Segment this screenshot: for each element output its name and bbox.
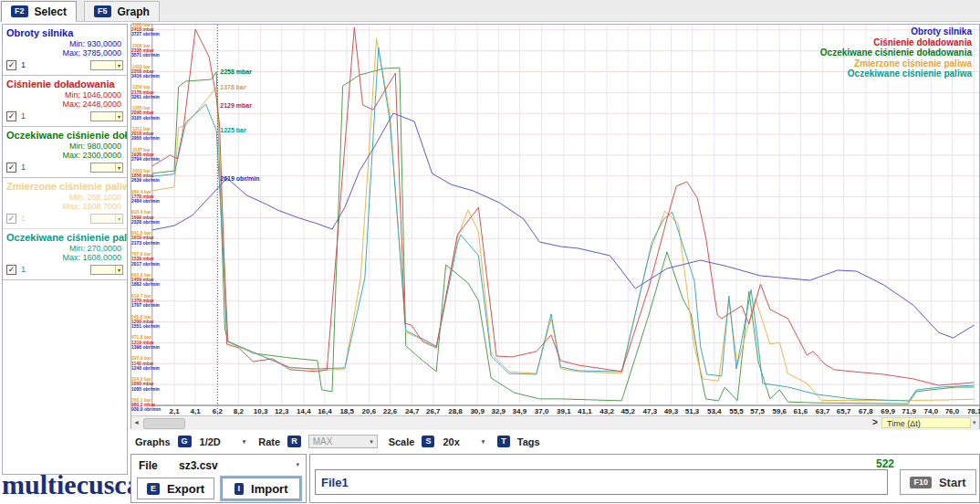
y-label-rpm: 3571 obr/min <box>131 53 151 58</box>
param-count: 1 <box>21 265 26 274</box>
legend-item: Oczekiwane ciśnienie paliwa <box>820 68 972 79</box>
parameter-sidebar: Obroty silnikaMin: 930,0000Max: 3785,000… <box>2 24 128 475</box>
series-line-0 <box>152 68 975 404</box>
x-axis-expand-icon[interactable]: > <box>872 417 878 427</box>
x-axis-tick-label: 53,4 <box>703 407 726 415</box>
x-axis-tick-label: 22,6 <box>378 407 401 415</box>
x-axis-select-arrow-icon[interactable]: ▾ <box>973 419 976 426</box>
param-checkbox[interactable]: ✓ <box>6 60 16 70</box>
param-max: Max: 2300,0000 <box>3 151 127 160</box>
y-label-rpm: 3727 obr/min <box>131 32 151 37</box>
dropdown-arrow-icon: ▾ <box>116 62 122 68</box>
y-label-rpm: 930,0 obr/min <box>131 407 151 412</box>
series-line-3 <box>152 27 975 385</box>
param-checkbox[interactable]: ✓ <box>6 214 16 224</box>
y-label-rpm: 1707 obr/min <box>131 303 151 308</box>
file-select-arrow-icon[interactable]: ▾ <box>296 461 299 468</box>
i-key-badge: I <box>235 483 245 495</box>
param-name[interactable]: Obroty silnika <box>3 25 127 39</box>
y-label-rpm: 2639 obr/min <box>131 178 151 183</box>
line-style-sample <box>91 163 116 172</box>
dropdown-arrow-icon: ▾ <box>116 164 122 171</box>
graphs-mode-select[interactable]: 1/2D ▾ <box>200 436 246 447</box>
session-panel: 522 F10 Start <box>309 454 980 503</box>
x-axis-tick-label: 41,1 <box>573 407 597 415</box>
param-checkbox[interactable]: ✓ <box>6 111 16 121</box>
y-axis-label-group: 545,8 bar1299 mbar1551 obr/min <box>131 315 151 330</box>
param-style-select[interactable]: ▾ <box>90 265 123 275</box>
cursor-annotation: 2258 mbar <box>220 68 252 75</box>
dropdown-arrow-icon: ▾ <box>116 267 122 273</box>
sample-count: 522 <box>858 457 912 470</box>
param-style-select[interactable]: ▾ <box>90 111 123 121</box>
tab-graph[interactable]: F5 Graph <box>84 1 160 21</box>
tags-label: Tags <box>517 436 540 447</box>
legend-item: Obroty silnika <box>820 26 972 37</box>
param-name[interactable]: Oczekiwane ciśnienie doładowania <box>3 127 127 142</box>
param-min: Min: 1046,0000 <box>3 90 127 100</box>
file-select[interactable]: sz3.csv <box>179 459 218 472</box>
line-style-sample <box>91 266 116 274</box>
scale-select[interactable]: 20x ▾ <box>443 436 485 447</box>
param-controls: ✓1▾ <box>3 213 127 226</box>
dropdown-arrow-icon: ▾ <box>116 113 122 120</box>
export-button[interactable]: E Export <box>137 478 214 499</box>
sidebar-param-2: Oczekiwane ciśnienie doładowaniaMin: 980… <box>3 127 127 178</box>
param-checkbox[interactable]: ✓ <box>6 163 16 173</box>
tab-select[interactable]: F2 Select <box>1 1 77 22</box>
param-name[interactable]: Oczekiwane ciśnienie paliwa <box>3 229 127 244</box>
graph-scrollbar[interactable]: ◄ > Time (Δt) ▾ <box>131 415 979 430</box>
x-axis-select[interactable]: Time (Δt) <box>881 417 971 428</box>
series-line-2 <box>152 47 975 401</box>
session-name-input[interactable] <box>315 469 888 495</box>
graph-panel[interactable]: 250,1 bar980,2 mbar930,0 obr/min324,0 ba… <box>130 24 980 429</box>
s-key-badge: S <box>422 436 434 447</box>
x-axis-tick-label: 78,1 <box>963 407 980 415</box>
dropdown-arrow-icon: ▾ <box>243 438 246 446</box>
graph-plot[interactable] <box>131 25 979 415</box>
tab-select-label: Select <box>35 5 67 18</box>
file-label: File <box>139 459 158 472</box>
sidebar-param-0: Obroty silnikaMin: 930,0000Max: 3785,000… <box>3 25 127 76</box>
y-axis-label-group: 1359 bar2178 mbar3261 obr/min <box>131 85 151 100</box>
param-name[interactable]: Ciśnienie doładowania <box>3 76 127 90</box>
graph-legend: Obroty silnikaCiśnienie doładowaniaOczek… <box>820 26 972 79</box>
cursor-annotation: 1225 bar <box>220 127 245 133</box>
file-panel: File sz3.csv ▾ E Export I Import <box>130 454 307 503</box>
x-axis-tick-label: 4,1 <box>183 407 207 415</box>
app-window: F2 Select F5 Graph Obroty silnikaMin: 93… <box>0 0 980 504</box>
cursor-annotation: 1378 bar <box>220 84 245 90</box>
x-axis-tick-label: 37,0 <box>530 407 554 415</box>
import-button[interactable]: I Import <box>222 478 300 499</box>
param-max: Max: 1608,0000 <box>3 253 127 262</box>
import-label: Import <box>251 482 287 496</box>
x-axis-tick-label: 28,8 <box>443 407 467 415</box>
y-axis-label-group: 841,5 bar1619 mbar2173 obr/min <box>131 231 151 246</box>
scroll-left-arrow-icon[interactable]: ◄ <box>133 419 140 425</box>
scroll-thumb[interactable] <box>143 418 185 429</box>
y-label-rpm: 3105 obr/min <box>131 116 151 121</box>
y-axis-label-group: 471,8 bar1219 mbar1396 obr/min <box>131 335 151 350</box>
start-button[interactable]: F10 Start <box>900 469 976 495</box>
param-name[interactable]: Zmierzone ciśnienie paliwa <box>3 178 127 193</box>
y-axis-label-group: 767,6 bar1539 mbar2017 obr/min <box>131 252 151 267</box>
param-style-select[interactable]: ▾ <box>90 60 123 70</box>
param-controls: ✓1▾ <box>3 110 127 124</box>
f5-key-badge: F5 <box>94 5 111 17</box>
x-axis-tick-label: 26,7 <box>422 407 445 415</box>
x-axis-tick-label: 71,9 <box>897 407 921 415</box>
param-max: Max: 2448,0000 <box>3 100 127 109</box>
sidebar-param-3: Zmierzone ciśnienie paliwaMin: 268,1000M… <box>3 178 127 229</box>
x-axis-tick-label: 57,5 <box>745 407 769 415</box>
y-label-rpm: 1085 obr/min <box>131 387 151 392</box>
g-key-badge: G <box>178 436 192 447</box>
y-axis-label-group: 1580 bar2418 mbar3727 obr/min <box>131 23 151 37</box>
param-checkbox[interactable]: ✓ <box>6 265 16 275</box>
param-style-select[interactable]: ▾ <box>90 163 123 173</box>
sidebar-param-4: Oczekiwane ciśnienie paliwaMin: 270,0000… <box>3 229 127 280</box>
dropdown-arrow-icon: ▾ <box>482 438 485 446</box>
param-style-select[interactable]: ▾ <box>90 214 123 224</box>
e-key-badge: E <box>147 483 160 495</box>
scale-label: Scale <box>389 436 415 447</box>
y-label-rpm: 2017 obr/min <box>131 262 151 267</box>
